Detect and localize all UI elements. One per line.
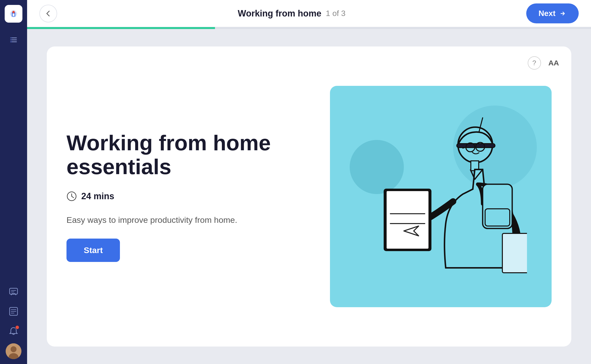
start-button[interactable]: Start xyxy=(66,239,120,262)
svg-line-26 xyxy=(475,147,476,147)
svg-point-1 xyxy=(12,11,15,13)
svg-point-17 xyxy=(11,346,16,352)
svg-rect-2 xyxy=(13,14,15,16)
duration-text: 24 mins xyxy=(81,191,114,201)
sidebar-item-news[interactable] xyxy=(6,304,21,319)
left-content: Working from home essentials 24 mins Eas… xyxy=(66,131,330,262)
svg-rect-36 xyxy=(502,233,527,273)
content-area: ? AA Working from home essentials 24 min… xyxy=(27,29,591,364)
notification-badge xyxy=(15,325,19,330)
topbar: Working from home 1 of 3 Next xyxy=(27,0,591,27)
avatar[interactable] xyxy=(6,343,21,359)
card-controls: ? AA xyxy=(528,56,559,70)
sidebar xyxy=(0,0,27,364)
font-size-button[interactable]: AA xyxy=(548,59,559,67)
course-description: Easy ways to improve productivity from h… xyxy=(66,214,310,226)
app-logo[interactable] xyxy=(5,5,22,23)
sidebar-nav-bottom xyxy=(6,284,21,359)
next-button[interactable]: Next xyxy=(526,3,579,23)
topbar-title: Working from home xyxy=(238,8,321,19)
sidebar-item-notifications[interactable] xyxy=(6,324,21,338)
progress-bar-fill xyxy=(27,27,215,29)
svg-rect-37 xyxy=(483,184,512,228)
sidebar-nav-top xyxy=(6,32,21,47)
clock-icon xyxy=(66,191,77,201)
topbar-progress: 1 of 3 xyxy=(326,9,345,18)
svg-rect-32 xyxy=(387,191,428,249)
person-illustration xyxy=(355,96,527,297)
sidebar-item-menu[interactable] xyxy=(6,32,21,47)
course-illustration xyxy=(330,86,552,307)
svg-rect-9 xyxy=(10,288,17,294)
sidebar-item-chat[interactable] xyxy=(6,284,21,299)
main-area: Working from home 1 of 3 Next ? AA xyxy=(27,0,591,364)
back-button[interactable] xyxy=(39,5,57,22)
duration-row: 24 mins xyxy=(66,191,310,201)
progress-bar-container xyxy=(27,27,591,29)
course-title: Working from home essentials xyxy=(66,131,310,179)
content-card: ? AA Working from home essentials 24 min… xyxy=(47,46,571,347)
svg-line-21 xyxy=(72,196,74,198)
help-button[interactable]: ? xyxy=(528,56,541,70)
topbar-title-area: Working from home 1 of 3 xyxy=(57,8,526,19)
